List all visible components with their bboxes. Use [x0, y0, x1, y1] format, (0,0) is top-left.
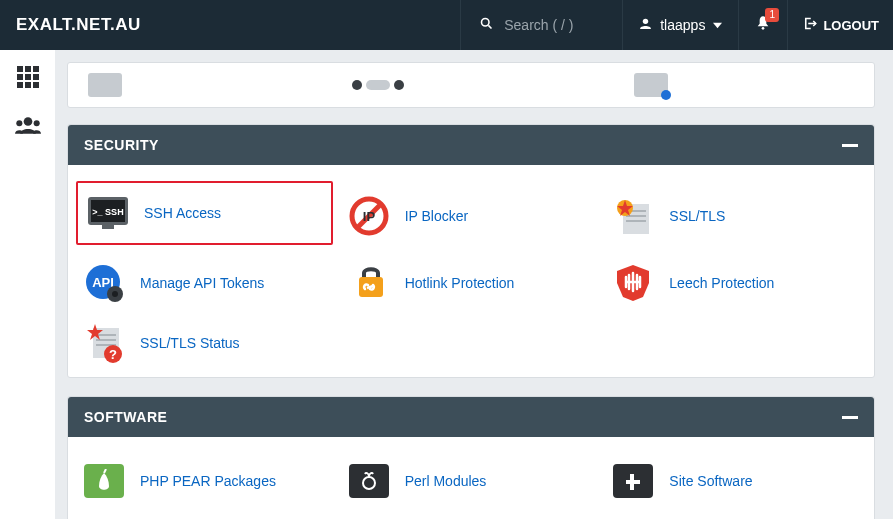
- item-ip-blocker[interactable]: IP IP Blocker: [339, 179, 604, 253]
- item-label: SSH Access: [144, 205, 221, 221]
- username: tlaapps: [660, 17, 705, 33]
- item-hotlink[interactable]: Hotlink Protection: [339, 253, 604, 313]
- svg-text:?: ?: [109, 347, 117, 362]
- search-area[interactable]: [460, 0, 623, 50]
- logout-label: LOGOUT: [823, 18, 879, 33]
- item-label: Manage API Tokens: [140, 275, 264, 291]
- svg-line-1: [489, 25, 492, 28]
- placeholder-icon: [634, 73, 668, 97]
- item-multiphp[interactable]: php MultiPHP Manager: [339, 511, 604, 519]
- leech-icon: [609, 263, 657, 303]
- item-leech[interactable]: Leech Protection: [603, 253, 868, 313]
- item-label: Site Software: [669, 473, 752, 489]
- svg-point-3: [762, 27, 765, 30]
- search-icon: [479, 16, 494, 35]
- notification-badge: 1: [765, 8, 779, 22]
- svg-rect-11: [25, 82, 31, 88]
- user-menu[interactable]: tlaapps: [623, 0, 739, 50]
- pear-icon: [80, 461, 128, 501]
- svg-point-15: [33, 120, 39, 126]
- perl-icon: [345, 461, 393, 501]
- item-optimize[interactable]: Optimize Website: [74, 511, 339, 519]
- panel-software: SOFTWARE PHP PEAR Packages: [67, 396, 875, 519]
- placeholder-icon: [88, 73, 122, 97]
- caret-down-icon: [713, 17, 722, 33]
- notifications-button[interactable]: 1: [739, 0, 788, 50]
- collapse-icon[interactable]: [842, 416, 858, 419]
- panel-security: SECURITY >_ SSH SSH Access IP IP Blocker: [67, 124, 875, 378]
- svg-rect-25: [626, 215, 646, 217]
- placeholder-icon: [352, 80, 404, 90]
- sidebar-users-button[interactable]: [15, 115, 41, 139]
- item-perl[interactable]: Perl Modules: [339, 451, 604, 511]
- svg-text:>_ SSH: >_ SSH: [92, 207, 123, 217]
- svg-rect-8: [25, 74, 31, 80]
- svg-text:IP: IP: [363, 209, 376, 224]
- item-label: Hotlink Protection: [405, 275, 515, 291]
- search-input[interactable]: [504, 17, 604, 33]
- ssh-icon: >_ SSH: [84, 193, 132, 233]
- sidebar: [0, 50, 55, 519]
- svg-rect-4: [17, 66, 23, 72]
- svg-rect-26: [626, 220, 646, 222]
- svg-point-14: [16, 120, 22, 126]
- topbar: EXALT.NET.AU tlaapps 1 LOGOUT: [0, 0, 893, 50]
- svg-rect-19: [102, 225, 114, 229]
- item-multiphp-ini[interactable]: .ini MultiPHP INI Editor: [603, 511, 868, 519]
- item-pear[interactable]: PHP PEAR Packages: [74, 451, 339, 511]
- panel-title: SECURITY: [84, 137, 159, 153]
- item-label: IP Blocker: [405, 208, 469, 224]
- panel-header-security[interactable]: SECURITY: [68, 125, 874, 165]
- svg-point-42: [363, 477, 375, 489]
- item-site-software[interactable]: Site Software: [603, 451, 868, 511]
- logo: EXALT.NET.AU: [0, 15, 157, 35]
- item-ssl-tls[interactable]: SSL/TLS: [603, 179, 868, 253]
- api-icon: API: [80, 263, 128, 303]
- svg-rect-12: [33, 82, 39, 88]
- svg-point-0: [482, 18, 490, 26]
- item-label: PHP PEAR Packages: [140, 473, 276, 489]
- item-ssh-access[interactable]: >_ SSH SSH Access: [76, 181, 333, 245]
- item-label: SSL/TLS Status: [140, 335, 240, 351]
- ssl-icon: [609, 196, 657, 236]
- ip-blocker-icon: IP: [345, 196, 393, 236]
- site-software-icon: [609, 461, 657, 501]
- item-label: Leech Protection: [669, 275, 774, 291]
- logout-button[interactable]: LOGOUT: [788, 0, 893, 50]
- collapsed-row: [67, 62, 875, 108]
- sidebar-apps-button[interactable]: [16, 65, 40, 93]
- svg-point-13: [23, 117, 32, 126]
- panel-header-software[interactable]: SOFTWARE: [68, 397, 874, 437]
- logout-icon: [802, 16, 817, 34]
- ssl-status-icon: ?: [80, 323, 128, 363]
- svg-line-41: [104, 469, 106, 473]
- svg-point-2: [643, 19, 648, 24]
- user-icon: [639, 17, 652, 33]
- item-ssl-status[interactable]: ? SSL/TLS Status: [74, 313, 339, 373]
- svg-rect-9: [33, 74, 39, 80]
- panel-title: SOFTWARE: [84, 409, 167, 425]
- item-label: Perl Modules: [405, 473, 487, 489]
- svg-rect-37: [96, 339, 116, 341]
- item-api-tokens[interactable]: API Manage API Tokens: [74, 253, 339, 313]
- svg-rect-36: [96, 334, 116, 336]
- item-label: SSL/TLS: [669, 208, 725, 224]
- collapse-icon[interactable]: [842, 144, 858, 147]
- svg-rect-10: [17, 82, 23, 88]
- svg-point-31: [112, 291, 118, 297]
- hotlink-icon: [345, 263, 393, 303]
- svg-rect-6: [33, 66, 39, 72]
- svg-rect-5: [25, 66, 31, 72]
- main-content: SECURITY >_ SSH SSH Access IP IP Blocker: [55, 50, 893, 519]
- svg-rect-7: [17, 74, 23, 80]
